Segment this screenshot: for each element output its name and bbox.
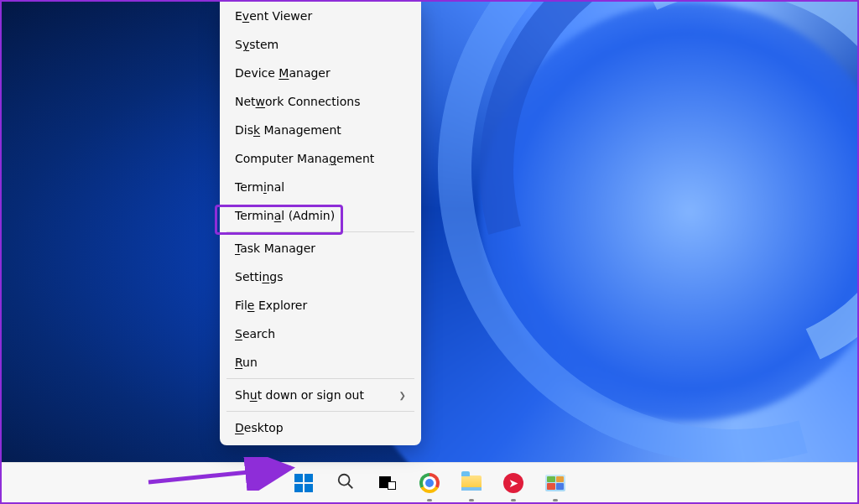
menu-item-event-viewer[interactable]: Event Viewer bbox=[220, 2, 421, 30]
red-circle-icon: ➤ bbox=[503, 473, 523, 493]
chevron-right-icon: ❯ bbox=[399, 391, 406, 400]
menu-item-computer-management[interactable]: Computer Management bbox=[220, 144, 421, 173]
menu-separator bbox=[226, 231, 414, 232]
menu-item-network-connections[interactable]: Network Connections bbox=[220, 87, 421, 116]
task-view-button[interactable] bbox=[371, 466, 404, 500]
menu-item-terminal-admin[interactable]: Terminal (Admin) bbox=[220, 201, 421, 230]
running-indicator bbox=[553, 499, 558, 501]
start-icon bbox=[294, 474, 313, 492]
file-explorer-button[interactable] bbox=[455, 466, 488, 500]
svg-point-1 bbox=[339, 474, 350, 485]
task-view-icon bbox=[379, 476, 396, 490]
running-indicator bbox=[511, 499, 516, 501]
svg-line-2 bbox=[348, 483, 353, 488]
menu-item-task-manager[interactable]: Task Manager bbox=[220, 234, 421, 262]
taskbar: ➤ bbox=[2, 462, 857, 502]
control-panel-icon bbox=[545, 475, 565, 491]
menu-item-terminal[interactable]: Terminal bbox=[220, 173, 421, 201]
menu-item-desktop[interactable]: Desktop bbox=[220, 413, 421, 442]
search-icon bbox=[336, 472, 355, 494]
menu-item-file-explorer[interactable]: File Explorer bbox=[220, 291, 421, 320]
chrome-icon bbox=[419, 473, 440, 493]
desktop-wallpaper bbox=[2, 2, 857, 502]
app-button[interactable]: ➤ bbox=[497, 466, 530, 500]
chrome-button[interactable] bbox=[413, 466, 446, 500]
menu-separator bbox=[226, 378, 414, 379]
menu-item-shutdown-signout[interactable]: Shut down or sign out❯ bbox=[220, 381, 421, 409]
menu-item-search[interactable]: Search bbox=[220, 320, 421, 348]
control-panel-button[interactable] bbox=[539, 466, 572, 500]
file-explorer-icon bbox=[461, 475, 482, 491]
start-button[interactable] bbox=[287, 466, 320, 500]
menu-separator bbox=[226, 411, 414, 412]
search-button[interactable] bbox=[329, 466, 362, 500]
running-indicator bbox=[469, 499, 474, 501]
running-indicator bbox=[427, 499, 432, 501]
menu-item-disk-management[interactable]: Disk Management bbox=[220, 116, 421, 144]
menu-item-system[interactable]: System bbox=[220, 30, 421, 59]
menu-item-run[interactable]: Run bbox=[220, 348, 421, 377]
menu-item-device-manager[interactable]: Device Manager bbox=[220, 59, 421, 87]
menu-item-settings[interactable]: Settings bbox=[220, 262, 421, 291]
winx-context-menu: Event Viewer System Device Manager Netwo… bbox=[220, 2, 421, 445]
